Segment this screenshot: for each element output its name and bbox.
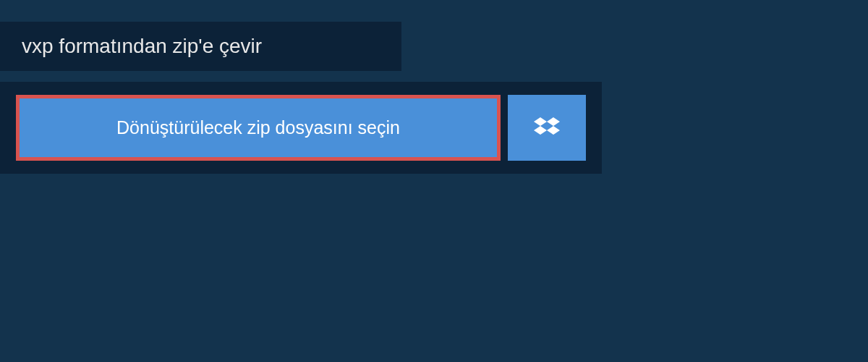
select-file-button[interactable]: Dönüştürülecek zip dosyasını seçin	[16, 95, 501, 161]
dropbox-icon	[534, 115, 560, 141]
dropbox-button[interactable]	[508, 95, 586, 161]
upload-panel: Dönüştürülecek zip dosyasını seçin	[0, 82, 602, 174]
page-title: vxp formatından zip'e çevir	[22, 35, 262, 57]
page-title-tab: vxp formatından zip'e çevir	[0, 22, 401, 71]
select-file-label: Dönüştürülecek zip dosyasını seçin	[116, 117, 400, 138]
